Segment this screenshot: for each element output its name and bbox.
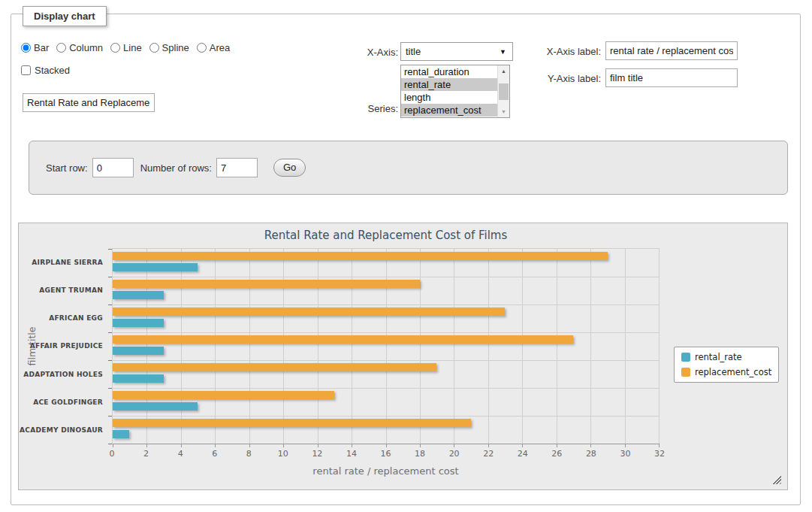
x-axis-label-input[interactable] [605, 41, 738, 60]
x-tick-label: 30 [620, 449, 630, 459]
bar-replacement_cost [113, 391, 334, 399]
start-row-input[interactable] [92, 158, 134, 177]
y-axis-label-caption: Y-Axis label: [524, 73, 601, 84]
bar-rental_rate [113, 319, 164, 327]
chart-title-input[interactable] [23, 93, 155, 112]
x-tick-label: 4 [178, 449, 183, 459]
bar-replacement_cost [113, 363, 436, 371]
y-axis-tick [108, 249, 112, 250]
chart-legend: rental_ratereplacement_cost [674, 347, 779, 383]
x-axis-tick [113, 444, 113, 447]
radio-label: Line [123, 42, 142, 53]
legend-item-rental_rate[interactable]: rental_rate [681, 352, 771, 362]
chart-type-bar[interactable]: Bar [21, 42, 49, 53]
legend-label: replacement_cost [695, 367, 771, 377]
scrollbar-thumb[interactable] [499, 83, 509, 100]
stacked-checkbox-row[interactable]: Stacked [21, 65, 70, 76]
x-axis-tick [181, 444, 182, 447]
num-rows-label: Number of rows: [140, 162, 212, 174]
bar-rental_rate [113, 430, 129, 438]
y-axis-tick [108, 444, 112, 444]
stacked-label: Stacked [35, 65, 70, 76]
category-band [113, 360, 659, 388]
radio-label: Area [210, 42, 230, 53]
chart-title: Rental Rate and Replacement Cost of Film… [112, 229, 660, 242]
series-option-rental_duration[interactable]: rental_duration [401, 65, 497, 78]
radio-line[interactable] [110, 43, 120, 53]
x-tick-label: 8 [246, 449, 252, 459]
bar-rental_rate [113, 374, 164, 383]
bar-rental_rate [113, 347, 164, 355]
row-controls-panel: Start row: Number of rows: Go [29, 141, 788, 195]
x-axis-tick [318, 444, 318, 447]
chart-type-radio-group: BarColumnLineSplineArea [21, 41, 230, 54]
series-option-length[interactable]: length [401, 91, 497, 104]
x-axis-tick [386, 444, 387, 447]
x-tick-label: 0 [110, 449, 115, 459]
y-axis-tick [108, 332, 112, 333]
scroll-up-icon[interactable]: ▲ [498, 65, 509, 77]
category-label: ACE GOLDFINGER [19, 388, 103, 416]
y-axis-tick [108, 388, 112, 389]
x-tick-label: 22 [483, 449, 494, 459]
legend-item-replacement_cost[interactable]: replacement_cost [681, 367, 771, 377]
x-axis-tick [557, 444, 557, 447]
x-tick-label: 2 [143, 449, 149, 459]
radio-spline[interactable] [149, 43, 159, 53]
chart-x-axis-title: rental rate / replacement cost [112, 465, 660, 477]
x-axis-label-caption: X-Axis label: [524, 46, 601, 57]
chart-type-column[interactable]: Column [56, 42, 103, 53]
x-axis-select[interactable]: title ▼ [400, 42, 513, 61]
scroll-down-icon[interactable]: ▼ [498, 106, 509, 117]
x-axis-tick [488, 444, 489, 447]
category-label: ADAPTATION HOLES [19, 360, 103, 388]
series-option-replacement_cost[interactable]: replacement_cost [401, 104, 497, 117]
y-axis-tick [108, 416, 112, 417]
bar-rental_rate [113, 263, 198, 271]
chevron-down-icon: ▼ [500, 48, 506, 56]
bar-replacement_cost [113, 252, 608, 260]
x-axis-tick [522, 444, 523, 447]
x-tick-label: 6 [212, 449, 217, 459]
category-label: AFRICAN EGG [19, 304, 103, 332]
radio-label: Column [69, 42, 103, 53]
chart-category-labels: AIRPLANE SIERRAAGENT TRUMANAFRICAN EGGAF… [19, 248, 103, 444]
chart-type-area[interactable]: Area [197, 42, 230, 53]
chart-type-spline[interactable]: Spline [149, 42, 189, 53]
bar-rental_rate [113, 402, 198, 411]
x-axis-tick [590, 444, 591, 447]
scrollbar[interactable]: ▲ ▼ [497, 65, 509, 117]
x-tick-label: 16 [381, 449, 391, 459]
chart-container: Rental Rate and Replacement Cost of Film… [18, 223, 788, 490]
series-options: rental_durationrental_ratelengthreplacem… [401, 65, 497, 117]
category-band [113, 416, 659, 444]
x-axis-tick [283, 444, 284, 447]
category-band [113, 388, 659, 416]
num-rows-input[interactable] [216, 158, 258, 177]
bar-replacement_cost [113, 419, 471, 427]
y-axis-label-input[interactable] [605, 68, 738, 87]
radio-area[interactable] [197, 43, 207, 53]
start-row-label: Start row: [46, 162, 88, 174]
go-button[interactable]: Go [273, 159, 306, 177]
panel-title: Display chart [23, 6, 107, 26]
x-axis-tick [659, 444, 660, 447]
resize-grip-icon[interactable] [772, 475, 781, 484]
x-tick-label: 18 [415, 449, 425, 459]
x-axis-tick [420, 444, 421, 447]
x-tick-label: 28 [586, 449, 596, 459]
series-option-rental_rate[interactable]: rental_rate [401, 78, 497, 91]
bar-replacement_cost [113, 308, 505, 316]
bar-rental_rate [113, 291, 164, 299]
category-band [113, 249, 659, 277]
radio-column[interactable] [56, 43, 66, 53]
chart-x-tick-labels: 02468101214161820222426283032 [112, 449, 660, 459]
chart-type-line[interactable]: Line [110, 42, 142, 53]
x-axis-tick [454, 444, 454, 447]
x-tick-label: 12 [312, 449, 322, 459]
radio-bar[interactable] [21, 43, 31, 53]
y-axis-tick [108, 360, 112, 361]
scrollbar-track[interactable] [498, 77, 509, 106]
stacked-checkbox[interactable] [21, 65, 31, 75]
series-multiselect[interactable]: rental_durationrental_ratelengthreplacem… [400, 65, 510, 118]
